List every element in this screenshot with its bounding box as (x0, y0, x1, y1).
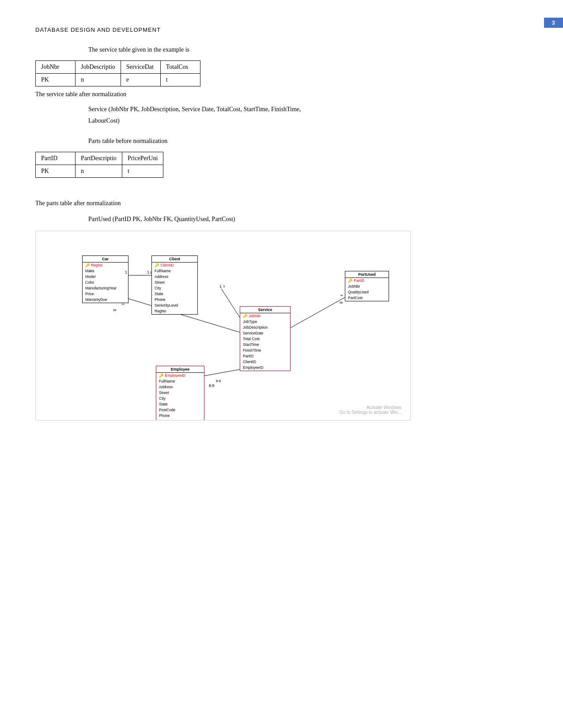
car-warrantydue: WarrantyDue (83, 297, 128, 303)
svg-line-3 (221, 289, 241, 319)
car-title: Car (83, 256, 128, 263)
service-cell-3: e (121, 74, 160, 86)
employee-type: Type (156, 419, 204, 420)
employee-city: City (156, 396, 204, 402)
client-address: Address (152, 274, 197, 280)
service-normalized-text2: LabourCost) (88, 117, 528, 124)
car-model: Model (83, 274, 128, 280)
client-street: Street (152, 280, 197, 285)
employee-fullname: FullName (156, 379, 204, 384)
rel-car-inf: ∞ (113, 307, 117, 312)
parts-before-label: Parts table before normalization (88, 138, 528, 145)
parts-cell-1: PK (36, 165, 76, 178)
svg-text:8:8: 8:8 (216, 379, 221, 383)
client-phone: Phone (152, 297, 197, 303)
partused-text: PartUsed (PartID PK, JobNbr FK, Quantity… (88, 216, 528, 223)
employee-state: State (156, 402, 204, 407)
partused-qty: QuatityUsed (345, 289, 389, 295)
service-partid: PartID (240, 353, 290, 359)
parts-header-3: PricePerUni (122, 152, 163, 165)
er-car-entity: Car 🔑 RegNo Make Model Color Manufacturi… (82, 255, 128, 303)
service-cell-4: t (160, 74, 200, 86)
service-totalcost: Total Cost (240, 336, 290, 342)
client-seniority: SeniorityLevel (152, 303, 197, 308)
service-finishtime: FinishTime (240, 348, 290, 353)
svg-text:∞: ∞ (340, 293, 343, 297)
service-header-2: JobDescriptio (76, 61, 121, 74)
er-partused-entity: PartUsed 🔑 PartID JobNbr QuatityUsed Par… (345, 271, 389, 301)
intro-text: The service table given in the example i… (88, 46, 528, 53)
service-header-4: TotalCos (160, 61, 200, 74)
parts-header-2: PartDescriptio (76, 152, 122, 165)
er-client-entity: Client 🔑 ClientID FullName Address Stree… (151, 255, 198, 315)
parts-table: PartID PartDescriptio PricePerUni PK n t (35, 152, 163, 178)
service-starttime: StartTime (240, 342, 290, 348)
service-jobtype: JobType (240, 319, 290, 325)
service-jobnbr: 🔑 JobNbr (240, 313, 290, 319)
car-make: Make (83, 268, 128, 274)
rel-emp-svc: 8:8 (209, 383, 215, 388)
service-header-1: JobNbr (36, 61, 76, 74)
er-employee-entity: Employee 🔑 EmployeeID FullName Address S… (156, 366, 204, 420)
service-clientid: ClientID (240, 359, 290, 365)
service-employeeid: EmployeeID (240, 365, 290, 371)
service-jobdesc: JobDescription (240, 325, 290, 330)
partused-partid: 🔑 PartID (345, 278, 389, 284)
service-cell-1: PK (36, 74, 76, 86)
rel-car-client-1: 1 (125, 270, 127, 274)
service-table: JobNbr JobDescriptio ServiceDat TotalCos… (35, 60, 200, 86)
service-cell-2: n (76, 74, 121, 86)
client-id: 🔑 ClientID (152, 263, 197, 268)
car-mfgyear: ManufacturingYear (83, 285, 128, 291)
client-fullname: FullName (152, 268, 197, 274)
client-city: City (152, 285, 197, 291)
employee-postcode: PostCode (156, 407, 204, 413)
rel-service-partused-inf: ∞ (340, 300, 343, 305)
car-color: Color (83, 280, 128, 285)
er-diagram: 1 1 1 ∞ ∞ 8:8 Car 🔑 RegNo Make Model Col… (35, 231, 411, 420)
page-number: 3 (544, 18, 563, 28)
svg-text:1: 1 (223, 284, 225, 288)
parts-after-label: The parts table after normalization (35, 200, 528, 207)
client-state: State (152, 291, 197, 297)
car-price: Price (83, 291, 128, 297)
rel-car-client-2: 1 (147, 270, 149, 274)
car-regno: 🔑 RegNo (83, 263, 128, 268)
employee-street: Street (156, 390, 204, 396)
client-title: Client (152, 256, 197, 263)
employee-phone: Phone (156, 413, 204, 419)
client-regno: RegNo (152, 308, 197, 314)
parts-cell-2: n (76, 165, 122, 178)
partused-jobnbr: JobNbr (345, 284, 389, 289)
service-servicedate: ServiceDate (240, 330, 290, 336)
partused-title: PartUsed (345, 271, 389, 278)
er-service-entity: Service 🔑 JobNbr JobType JobDescription … (240, 306, 291, 371)
activate-windows: Activate Windows Go to Settings to activ… (340, 405, 401, 415)
document-title: DATABASE DESIGN AND DEVELOPMENT (35, 26, 528, 33)
parts-header-1: PartID (36, 152, 76, 165)
employee-title: Employee (156, 366, 204, 373)
rel-client-svc-1: 1 (219, 284, 222, 289)
service-table-note: The service table after normalization (35, 91, 528, 98)
svg-line-7 (290, 297, 345, 328)
employee-id: 🔑 EmployeeID (156, 373, 204, 379)
parts-cell-3: t (122, 165, 163, 178)
partused-partcost: PartCost (345, 295, 389, 301)
employee-address: Address (156, 384, 204, 390)
service-normalized-text: Service (JobNbr PK, JobDescription, Serv… (88, 106, 528, 113)
service-title: Service (240, 307, 290, 313)
service-header-3: ServiceDat (121, 61, 160, 74)
